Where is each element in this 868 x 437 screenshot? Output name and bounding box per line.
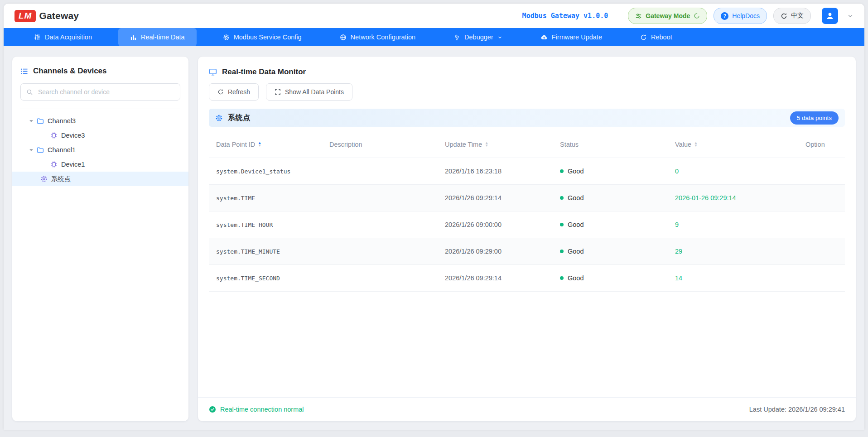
- search-box: [20, 83, 180, 101]
- helpdocs-button[interactable]: ? HelpDocs: [714, 8, 767, 24]
- tab-label: Data Acquisition: [45, 34, 92, 41]
- tab-label: Network Configuration: [351, 34, 415, 41]
- column-label: Option: [805, 141, 825, 148]
- status-text: Good: [568, 194, 583, 202]
- cell-value: 29: [668, 248, 798, 255]
- tab-label: Real-time Data: [141, 34, 185, 41]
- tab-label: Firmware Update: [552, 34, 602, 41]
- status-text: Good: [568, 248, 583, 255]
- spinner-icon: [694, 13, 700, 19]
- column-header-description: Description: [322, 141, 438, 148]
- cell-value: 2026-01-26 09:29:14: [668, 194, 798, 202]
- device-tree: Channel3 Device3 Channel1: [20, 114, 180, 186]
- cell-data-point-id: system.TIME_HOUR: [209, 221, 322, 228]
- app-window: LM Gateway Modbus Gateway v1.0.0 Gateway…: [4, 4, 864, 430]
- cloud-upload-icon: [540, 34, 548, 41]
- tree-item-device3[interactable]: Device3: [20, 128, 180, 143]
- table-row[interactable]: system.TIME_HOUR 2026/1/26 09:00:00 Good…: [209, 211, 845, 238]
- check-circle-icon: [209, 406, 216, 413]
- table-header-row: Data Point ID ▲▼ Description Update Time…: [209, 131, 845, 158]
- last-update-text: Last Update: 2026/1/26 09:29:41: [749, 406, 845, 413]
- gear-icon: [215, 114, 223, 122]
- tree-item-label: Channel1: [48, 146, 76, 154]
- table-row[interactable]: system.Device1_status 2026/1/16 16:23:18…: [209, 158, 845, 185]
- refresh-label: Refresh: [228, 88, 250, 96]
- tab-firmware-update[interactable]: Firmware Update: [529, 28, 614, 46]
- person-icon: [825, 11, 834, 20]
- language-swap-icon: [781, 13, 787, 19]
- folder-icon: [37, 117, 44, 125]
- monitor-icon: [209, 68, 217, 76]
- column-label: Description: [329, 141, 362, 148]
- column-label: Value: [675, 141, 691, 148]
- column-header-option: Option: [798, 141, 845, 148]
- tab-real-time-data[interactable]: Real-time Data: [118, 28, 197, 46]
- panel-title: Channels & Devices: [33, 67, 107, 76]
- cell-status: Good: [553, 194, 668, 202]
- status-dot: [560, 223, 564, 226]
- language-toggle-button[interactable]: 中文: [773, 8, 811, 24]
- tab-network-configuration[interactable]: Network Configuration: [328, 28, 427, 46]
- sort-icon[interactable]: ▲▼: [485, 142, 488, 148]
- table-row[interactable]: system.TIME_MINUTE 2026/1/26 09:29:00 Go…: [209, 238, 845, 265]
- language-label: 中文: [791, 12, 804, 20]
- show-all-label: Show All Data Points: [285, 88, 344, 96]
- column-header-value[interactable]: Value ▲▼: [668, 141, 798, 148]
- search-icon: [26, 89, 33, 96]
- system-points-section-header: 系统点 5 data points: [209, 109, 845, 127]
- caret-down-icon[interactable]: [29, 120, 33, 122]
- tab-data-acquisition[interactable]: Data Acquisition: [22, 28, 104, 46]
- refresh-button[interactable]: Refresh: [209, 83, 259, 101]
- tree-item-channel1[interactable]: Channel1: [20, 143, 180, 157]
- usb-icon: [453, 34, 460, 41]
- cell-status: Good: [553, 168, 668, 175]
- cell-update-time: 2026/1/26 09:29:14: [438, 194, 553, 202]
- monitor-footer: Real-time connection normal Last Update:…: [198, 397, 856, 421]
- status-dot: [560, 169, 564, 173]
- tab-debugger[interactable]: Debugger: [442, 28, 514, 46]
- panel-title: Real-time Data Monitor: [222, 67, 306, 77]
- tree-item-device1[interactable]: Device1: [20, 157, 180, 172]
- caret-down-icon[interactable]: [29, 149, 33, 151]
- folder-icon: [37, 146, 44, 154]
- column-header-data-point-id[interactable]: Data Point ID ▲▼: [209, 141, 322, 148]
- user-avatar[interactable]: [822, 8, 838, 24]
- status-dot: [560, 196, 564, 200]
- table-row[interactable]: system.TIME 2026/1/26 09:29:14 Good 2026…: [209, 185, 845, 211]
- realtime-monitor-panel: Real-time Data Monitor Refresh Show All …: [198, 57, 856, 421]
- gear-icon: [40, 175, 48, 182]
- sort-icon[interactable]: ▲▼: [258, 142, 261, 148]
- refresh-icon: [217, 89, 224, 95]
- sliders-icon: [635, 13, 642, 19]
- search-input[interactable]: [37, 88, 174, 96]
- sort-icon[interactable]: ▲▼: [694, 142, 698, 148]
- data-points-count-badge: 5 data points: [790, 111, 839, 125]
- tree-item-label: Device3: [61, 132, 85, 139]
- cell-value: 0: [668, 168, 798, 175]
- status-dot: [560, 276, 564, 280]
- tree-item-channel3[interactable]: Channel3: [20, 114, 180, 128]
- channels-devices-panel: Channels & Devices Channel3: [12, 57, 188, 421]
- tab-label: Reboot: [651, 34, 672, 41]
- tree-item-system-points[interactable]: 系统点: [12, 172, 188, 186]
- tab-modbus-service-config[interactable]: Modbus Service Config: [211, 28, 313, 46]
- tab-reboot[interactable]: Reboot: [628, 28, 684, 46]
- helpdocs-label: HelpDocs: [732, 12, 760, 19]
- column-label: Update Time: [445, 141, 482, 148]
- gear-icon: [223, 34, 230, 41]
- show-all-data-points-button[interactable]: Show All Data Points: [266, 83, 352, 101]
- connection-status-text: Real-time connection normal: [220, 406, 304, 413]
- column-header-update-time[interactable]: Update Time ▲▼: [438, 141, 553, 148]
- table-row[interactable]: system.TIME_SECOND 2026/1/26 09:29:14 Go…: [209, 265, 845, 292]
- cell-value: 14: [668, 274, 798, 282]
- gateway-mode-button[interactable]: Gateway Mode: [628, 8, 707, 24]
- section-title: 系统点: [228, 113, 251, 123]
- expand-icon: [275, 89, 281, 95]
- status-text: Good: [568, 221, 583, 228]
- user-menu-chevron-icon[interactable]: [847, 13, 854, 19]
- globe-icon: [340, 34, 347, 41]
- tree-item-label: 系统点: [51, 175, 71, 183]
- cell-value: 9: [668, 221, 798, 228]
- tree-item-label: Channel3: [48, 117, 76, 125]
- cell-status: Good: [553, 274, 668, 282]
